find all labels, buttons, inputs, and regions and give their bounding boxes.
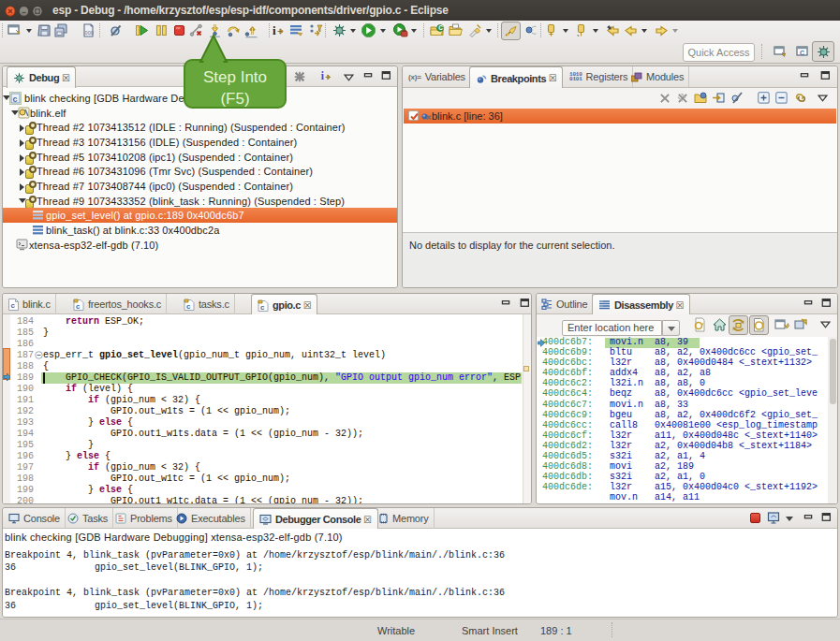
svg-text:C: C: [800, 50, 804, 56]
svg-text:000: 000: [85, 30, 94, 36]
svg-text:i: i: [321, 70, 325, 81]
svg-text:i: i: [273, 23, 276, 37]
svg-text:c: c: [13, 95, 18, 104]
svg-text:C: C: [438, 24, 443, 31]
